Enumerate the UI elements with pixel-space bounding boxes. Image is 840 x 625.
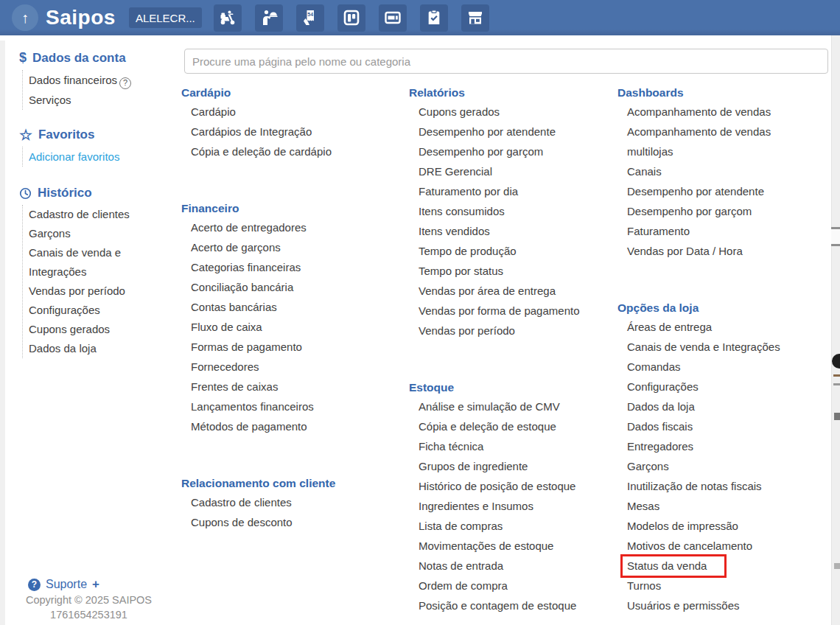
sidebar-scrollbar-track[interactable] [0, 41, 5, 625]
help-question-icon[interactable]: ? [119, 77, 131, 89]
menu-item[interactable]: Movimentações de estoque [419, 536, 630, 556]
favoritos-items: Adicionar favoritos [22, 147, 158, 167]
support-link[interactable]: Suporte [46, 578, 87, 591]
menu-item[interactable]: Tempo de produção [419, 241, 630, 261]
menu-item[interactable]: Acompanhamento de vendas [627, 102, 802, 122]
menu-item[interactable]: Inutilização de notas fiscais [627, 476, 802, 496]
scooter-delivery-icon[interactable] [214, 4, 242, 32]
menu-item[interactable]: Vendas por período [419, 321, 630, 341]
category-items: Acompanhamento de vendasAcompanhamento d… [617, 102, 802, 261]
menu-item[interactable]: Entregadores [627, 436, 802, 456]
order-ticket-54-icon[interactable]: 54 [296, 4, 324, 32]
menu-item[interactable]: Conciliação bancária [191, 277, 402, 297]
menu-item[interactable]: Frentes de caixas [191, 377, 402, 397]
menu-item[interactable]: Acerto de garçons [191, 237, 402, 257]
menu-item[interactable]: Vendas por Data / Hora [627, 241, 802, 261]
menu-item[interactable]: Comandas [627, 357, 802, 377]
menu-item[interactable]: Desempenho por garçom [627, 201, 802, 221]
arrow-up-glyph: ↑ [21, 10, 29, 27]
add-favorites-link[interactable]: Adicionar favoritos [29, 147, 158, 167]
history-item[interactable]: Garçons [29, 224, 158, 243]
clipboard-check-icon[interactable] [420, 4, 448, 32]
category-items: CardápioCardápios de IntegraçãoCópia e d… [181, 102, 402, 161]
menu-item[interactable]: Contas bancárias [191, 297, 402, 317]
storefront-icon[interactable] [461, 4, 489, 32]
menu-item[interactable]: Cardápio [191, 102, 402, 122]
menu-item[interactable]: Grupos de ingrediente [419, 456, 630, 476]
kanban-board-icon[interactable] [337, 4, 365, 32]
menu-item[interactable]: Status da venda [627, 556, 802, 576]
menu-item[interactable]: Notas de entrada [419, 556, 630, 576]
menu-item[interactable]: Análise e simulação de CMV [419, 397, 630, 416]
menu-item[interactable]: Faturamento [627, 221, 802, 241]
menu-column-2: Relatórios Cupons geradosDesempenho por … [409, 84, 630, 615]
history-item[interactable]: Vendas por período [29, 282, 158, 301]
menu-item[interactable]: Vendas por área de entrega [419, 281, 630, 301]
dollar-icon: $ [19, 50, 27, 66]
add-favorites-label: Adicionar favoritos [29, 150, 119, 163]
menu-item[interactable]: Cópia e deleção de estoque [419, 416, 630, 436]
menu-item[interactable]: Cardápios de Integração [191, 122, 402, 142]
menu-item[interactable]: Formas de pagamento [191, 337, 402, 357]
menu-item[interactable]: Ficha técnica [419, 436, 630, 456]
menu-item[interactable]: Acerto de entregadores [191, 217, 402, 237]
menu-item[interactable]: Dados da loja [627, 397, 802, 416]
menu-section: Relatórios Cupons geradosDesempenho por … [409, 84, 630, 341]
waiter-icon[interactable] [255, 4, 283, 32]
category-title: Opções da loja [617, 299, 802, 317]
history-item[interactable]: Cupons gerados [29, 320, 158, 339]
menu-item[interactable]: Ordem de compra [419, 576, 630, 596]
menu-item[interactable]: Canais [627, 161, 802, 181]
menu-item[interactable]: Categorias financeiras [191, 257, 402, 277]
menu-item[interactable]: Usuários e permissões [627, 596, 802, 615]
menu-item[interactable]: Desempenho por garçom [419, 142, 630, 161]
menu-item[interactable]: Desempenho por atendente [627, 181, 802, 201]
menu-item[interactable]: Motivos de cancelamento [627, 536, 802, 556]
history-item[interactable]: Configurações [29, 301, 158, 320]
menu-item[interactable]: Dados fiscais [627, 416, 802, 436]
menu-item[interactable]: Tempo por status [419, 261, 630, 281]
page-search-input[interactable] [184, 49, 828, 74]
menu-item[interactable]: Fornecedores [191, 357, 402, 377]
menu-item[interactable]: Posição e contagem de estoque [419, 596, 630, 615]
sidebar-item-servicos[interactable]: Serviços [29, 90, 158, 110]
menu-item[interactable]: Turnos [627, 576, 802, 596]
menu-item[interactable]: Histórico de posição de estoque [419, 476, 630, 496]
menu-item[interactable]: Itens vendidos [419, 221, 630, 241]
menu-item[interactable]: Fluxo de caixa [191, 317, 402, 337]
category-title: Financeiro [181, 200, 402, 217]
menu-item[interactable]: Modelos de impressão [627, 516, 802, 536]
historico-section-title: Histórico [38, 186, 92, 200]
menu-item[interactable]: Garçons [627, 456, 802, 476]
menu-item[interactable]: Cadastro de clientes [191, 492, 402, 512]
question-circle-icon: ? [28, 579, 41, 591]
cash-panel-icon[interactable] [379, 4, 407, 32]
menu-item[interactable]: DRE Gerencial [419, 161, 630, 181]
menu-item[interactable]: Vendas por forma de pagamento [419, 301, 630, 321]
store-selector-button[interactable]: ALELECR... [129, 7, 202, 28]
history-item[interactable]: Canais de venda e Integrações [29, 243, 158, 282]
menu-item[interactable]: Métodos de pagamento [191, 416, 402, 436]
menu-item[interactable]: Canais de venda e Integrações [627, 337, 802, 357]
saipos-logo[interactable]: ↑ Saipos [12, 4, 116, 31]
star-icon: ☆ [19, 128, 32, 142]
menu-item[interactable]: Cupons de desconto [191, 512, 402, 532]
menu-item[interactable]: Lista de compras [419, 516, 630, 536]
menu-item[interactable]: Acompanhamento de vendas multilojas [627, 122, 802, 161]
clock-icon [19, 187, 32, 200]
menu-item[interactable]: Mesas [627, 496, 802, 516]
sidebar-item-dados-financeiros[interactable]: Dados financeiros? [29, 70, 158, 90]
support-row[interactable]: ? Suporte + [28, 577, 164, 592]
menu-item[interactable]: Configurações [627, 377, 802, 397]
menu-item[interactable]: Ingredientes e Insumos [419, 496, 630, 516]
menu-item[interactable]: Itens consumidos [419, 201, 630, 221]
menu-item[interactable]: Cupons gerados [419, 102, 630, 122]
history-item[interactable]: Cadastro de clientes [29, 205, 158, 224]
menu-item[interactable]: Lançamentos financeiros [191, 397, 402, 416]
menu-item[interactable]: Cópia e deleção de cardápio [191, 142, 402, 161]
history-item[interactable]: Dados da loja [29, 339, 158, 358]
menu-item[interactable]: Faturamento por dia [419, 181, 630, 201]
menu-item[interactable]: Áreas de entrega [627, 317, 802, 337]
support-expand-plus[interactable]: + [92, 577, 99, 592]
menu-item[interactable]: Desempenho por atendente [419, 122, 630, 142]
